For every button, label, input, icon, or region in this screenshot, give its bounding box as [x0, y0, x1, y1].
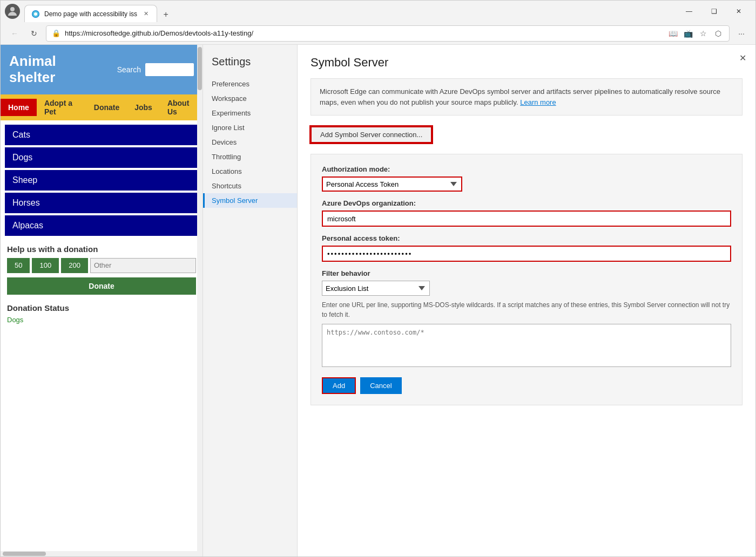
- minimize-button[interactable]: —: [677, 3, 701, 20]
- settings-nav-symbol-server[interactable]: Symbol Server: [203, 193, 297, 208]
- add-server-button[interactable]: Add Symbol Server connection...: [310, 126, 432, 143]
- active-tab[interactable]: Demo page with accessibility iss ✕: [24, 5, 157, 22]
- org-input[interactable]: [322, 210, 731, 227]
- amount-50[interactable]: 50: [7, 258, 30, 273]
- auth-mode-group: Authorization mode: Personal Access Toke…: [322, 165, 731, 192]
- settings-nav-experiments[interactable]: Experiments: [203, 106, 297, 120]
- title-bar: Demo page with accessibility iss ✕ + — ❑…: [1, 1, 755, 22]
- site-title: Animal shelter: [9, 53, 56, 86]
- nav-adopt[interactable]: Adopt a Pet: [37, 94, 86, 120]
- settings-nav-devices[interactable]: Devices: [203, 135, 297, 150]
- settings-nav-locations[interactable]: Locations: [203, 164, 297, 179]
- org-group: Azure DevOps organization:: [322, 199, 731, 227]
- donate-button[interactable]: Donate: [7, 277, 196, 295]
- animal-header: Animal shelter Search: [1, 45, 202, 94]
- nav-jobs[interactable]: Jobs: [127, 99, 160, 116]
- search-label: Search: [117, 65, 141, 74]
- tab-area: Demo page with accessibility iss ✕ +: [24, 1, 674, 22]
- back-button[interactable]: ←: [7, 26, 22, 41]
- form-actions: Add Cancel: [322, 377, 731, 394]
- animal-cats[interactable]: Cats: [5, 125, 198, 145]
- title-line1: Animal: [9, 53, 56, 69]
- settings-nav-throttling[interactable]: Throttling: [203, 150, 297, 164]
- filter-description: Enter one URL per line, supporting MS-DO…: [322, 300, 731, 320]
- address-bar: ← ↻ 🔒 https://microsoftedge.github.io/De…: [1, 22, 755, 45]
- filter-group: Filter behavior Exclusion List Inclusion…: [322, 269, 731, 369]
- token-group: Personal access token:: [322, 234, 731, 262]
- collections-icon[interactable]: ⬡: [713, 28, 724, 39]
- info-box: Microsoft Edge can communicate with Azur…: [310, 78, 742, 116]
- settings-container: Settings Preferences Workspace Experimen…: [203, 45, 755, 556]
- nav-donate[interactable]: Donate: [86, 99, 127, 116]
- amount-200[interactable]: 200: [61, 258, 88, 273]
- settings-nav: Settings Preferences Workspace Experimen…: [203, 45, 298, 556]
- tab-title: Demo page with accessibility iss: [44, 10, 137, 18]
- token-input[interactable]: [322, 246, 731, 262]
- more-button[interactable]: ···: [734, 26, 749, 41]
- scrollbar-thumb-v[interactable]: [198, 47, 202, 90]
- filter-select[interactable]: Exclusion List Inclusion List: [322, 281, 430, 296]
- tab-close-button[interactable]: ✕: [141, 10, 150, 18]
- nav-home[interactable]: Home: [1, 99, 37, 116]
- profile-picture[interactable]: [5, 4, 20, 19]
- favorites-icon[interactable]: ☆: [698, 28, 708, 39]
- animal-horses[interactable]: Horses: [5, 193, 198, 213]
- filter-textarea[interactable]: [322, 324, 731, 367]
- token-label: Personal access token:: [322, 234, 731, 242]
- tab-favicon-icon: [31, 10, 40, 18]
- donation-status-title: Donation Status: [7, 303, 196, 313]
- donation-amounts: 50 100 200: [7, 258, 196, 273]
- amount-100[interactable]: 100: [32, 258, 59, 273]
- nav-about[interactable]: About Us: [160, 94, 202, 120]
- auth-mode-label: Authorization mode:: [322, 165, 731, 173]
- lock-icon: 🔒: [52, 29, 60, 37]
- filter-label: Filter behavior: [322, 269, 731, 277]
- donation-status: Donation Status Dogs: [1, 299, 202, 328]
- search-bar: Search: [117, 63, 194, 76]
- refresh-button[interactable]: ↻: [26, 26, 42, 41]
- content-area: Animal shelter Search Home Adopt a Pet D…: [1, 45, 755, 556]
- close-button[interactable]: ✕: [726, 3, 751, 20]
- org-label: Azure DevOps organization:: [322, 199, 731, 207]
- title-line2: shelter: [9, 69, 55, 85]
- animal-dogs[interactable]: Dogs: [5, 147, 198, 168]
- settings-nav-shortcuts[interactable]: Shortcuts: [203, 179, 297, 193]
- add-button[interactable]: Add: [322, 377, 356, 394]
- donation-title: Help us with a donation: [7, 244, 196, 254]
- url-bar[interactable]: 🔒 https://microsoftedge.github.io/Demos/…: [46, 25, 730, 42]
- donation-status-item: Dogs: [7, 316, 196, 324]
- cancel-button[interactable]: Cancel: [360, 377, 401, 394]
- settings-title: Settings: [203, 51, 297, 77]
- panel-close-button[interactable]: ✕: [736, 51, 749, 64]
- scrollbar-thumb-h[interactable]: [3, 552, 46, 556]
- animal-alpacas[interactable]: Alpacas: [5, 215, 198, 236]
- vertical-scrollbar[interactable]: [197, 45, 202, 556]
- maximize-button[interactable]: ❑: [701, 3, 726, 20]
- donation-section: Help us with a donation 50 100 200 Donat…: [1, 240, 202, 299]
- url-text: https://microsoftedge.github.io/Demos/de…: [65, 29, 663, 37]
- auth-mode-select[interactable]: Personal Access Token AAD: [322, 176, 462, 192]
- animal-sheep[interactable]: Sheep: [5, 170, 198, 191]
- window-controls: — ❑ ✕: [677, 3, 751, 20]
- animal-list: Cats Dogs Sheep Horses Alpacas: [1, 120, 202, 240]
- nav-menu: Home Adopt a Pet Donate Jobs About Us: [1, 94, 202, 120]
- new-tab-button[interactable]: +: [158, 7, 173, 22]
- form-section: Authorization mode: Personal Access Toke…: [310, 154, 742, 405]
- horizontal-scrollbar[interactable]: [1, 551, 197, 556]
- devtools-panel: Settings Preferences Workspace Experimen…: [203, 45, 755, 556]
- settings-nav-ignore-list[interactable]: Ignore List: [203, 120, 297, 135]
- webpage: Animal shelter Search Home Adopt a Pet D…: [1, 45, 203, 556]
- settings-content: ✕ Symbol Server Microsoft Edge can commu…: [298, 45, 755, 556]
- panel-title: Symbol Server: [310, 56, 742, 70]
- settings-nav-workspace[interactable]: Workspace: [203, 91, 297, 106]
- reader-icon[interactable]: 📖: [667, 28, 678, 39]
- search-input[interactable]: [145, 63, 194, 76]
- settings-nav-preferences[interactable]: Preferences: [203, 77, 297, 91]
- svg-point-0: [10, 7, 15, 11]
- cast-icon[interactable]: 📺: [683, 28, 693, 39]
- other-amount-input[interactable]: [90, 258, 196, 273]
- learn-more-link[interactable]: Learn more: [520, 98, 556, 106]
